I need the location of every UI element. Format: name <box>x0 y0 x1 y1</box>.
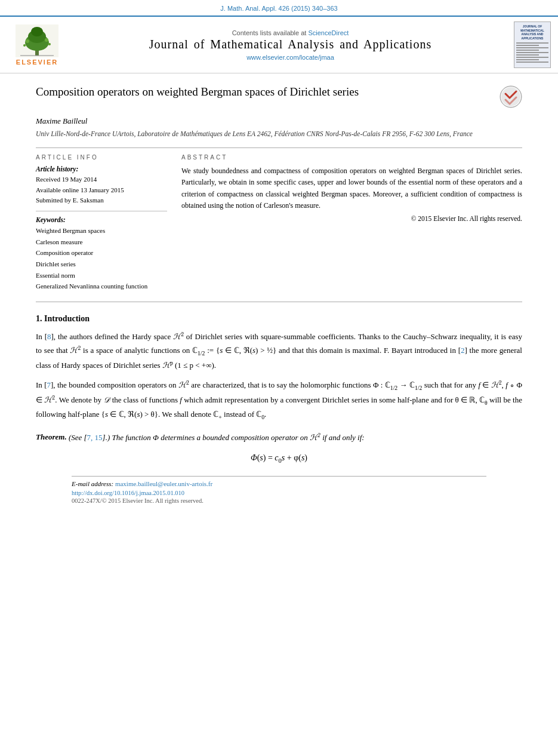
journal-cite-text: J. Math. Anal. Appl. 426 (2015) 340–363 <box>220 5 337 12</box>
footer-copyright: 0022-247X/© 2015 Elsevier Inc. All right… <box>72 497 486 504</box>
abstract-column: ABSTRACT We study boundedness and compac… <box>181 154 522 292</box>
thumb-line-4 <box>516 50 539 51</box>
thumb-line-7 <box>516 57 548 58</box>
keyword-1: Weighted Bergman spaces <box>36 225 167 236</box>
crossmark-icon[interactable] <box>500 85 522 108</box>
intro-section-title: 1. Introduction <box>36 314 522 324</box>
article-title-block: Composition operators on weighted Bergma… <box>36 84 522 108</box>
author-name: Maxime Bailleul <box>36 116 522 126</box>
header-center: Contents lists available at ScienceDirec… <box>74 29 507 61</box>
thumb-lines <box>516 42 548 64</box>
available-date: Available online 13 January 2015 <box>36 185 167 196</box>
theorem-text: (See [7, 15].) The function Φ determines… <box>69 433 365 442</box>
header-banner: ELSEVIER Contents lists available at Sci… <box>0 16 558 73</box>
keyword-2: Carleson measure <box>36 236 167 248</box>
section-divider-2 <box>36 302 522 302</box>
abstract-text: We study boundedness and compactness of … <box>181 165 522 211</box>
abstract-copyright: © 2015 Elsevier Inc. All rights reserved… <box>181 215 522 222</box>
journal-citation: J. Math. Anal. Appl. 426 (2015) 340–363 <box>0 0 558 16</box>
intro-number: 1. <box>36 314 42 323</box>
keywords-list: Weighted Bergman spaces Carleson measure… <box>36 225 167 292</box>
svg-point-4 <box>31 27 43 36</box>
info-divider <box>36 211 167 211</box>
abstract-heading: ABSTRACT <box>181 154 522 161</box>
article-info-column: ARTICLE INFO Article history: Received 1… <box>36 154 167 292</box>
thumb-line-8 <box>516 59 539 60</box>
elsevier-logo: ELSEVIER <box>7 24 67 66</box>
keyword-5: Essential norm <box>36 270 167 281</box>
thumb-title-text: Journal ofMathematicalAnalysis andApplic… <box>520 24 544 40</box>
thumb-line-6 <box>516 54 539 56</box>
page: J. Math. Anal. Appl. 426 (2015) 340–363 <box>0 0 558 756</box>
main-content: Composition operators on weighted Bergma… <box>0 73 558 516</box>
footer-area: E-mail address: maxime.bailleul@euler.un… <box>72 476 486 504</box>
keyword-4: Dirichlet series <box>36 259 167 270</box>
submitted-by: Submitted by E. Saksman <box>36 195 167 206</box>
keyword-3: Composition operator <box>36 247 167 259</box>
theorem-ref[interactable]: 7, 15 <box>87 433 103 442</box>
email-label: E-mail address: <box>72 480 113 487</box>
thumb-line-1 <box>516 42 548 44</box>
keyword-6: Generalized Nevanlinna counting function <box>36 281 167 292</box>
thumb-image: Journal ofMathematicalAnalysis andApplic… <box>514 21 551 68</box>
svg-point-7 <box>23 44 26 47</box>
ref-7[interactable]: 7 <box>47 380 51 389</box>
intro-paragraph-1: In [8], the authors defined the Hardy sp… <box>36 330 522 372</box>
theorem-label: Theorem. <box>36 433 67 442</box>
svg-point-6 <box>45 38 48 42</box>
sciencedirect-link[interactable]: ScienceDirect <box>308 29 349 36</box>
thumb-line-5 <box>516 52 548 53</box>
formula-block: Φ(s) = c0s + φ(s) <box>36 453 522 464</box>
journal-thumbnail: Journal ofMathematicalAnalysis andApplic… <box>514 21 551 68</box>
thumb-line-3 <box>516 47 548 48</box>
elsevier-label: ELSEVIER <box>16 59 58 66</box>
ref-8[interactable]: 8 <box>47 332 51 341</box>
sciencedirect-line: Contents lists available at ScienceDirec… <box>74 29 507 36</box>
history-label: Article history: <box>36 165 167 173</box>
theorem-block: Theorem. (See [7, 15].) The function Φ d… <box>36 430 522 444</box>
doi-line[interactable]: http://dx.doi.org/10.1016/j.jmaa.2015.01… <box>72 490 486 496</box>
section-divider-1 <box>36 147 522 148</box>
article-info-heading: ARTICLE INFO <box>36 154 167 161</box>
thumb-line-2 <box>516 45 539 46</box>
contents-available-text: Contents lists available at <box>232 29 307 36</box>
svg-point-5 <box>26 39 29 43</box>
journal-title: Journal of Mathematical Analysis and App… <box>74 38 507 51</box>
intro-paragraph-2: In [7], the bounded composition operator… <box>36 378 522 422</box>
email-footnote: E-mail address: maxime.bailleul@euler.un… <box>72 480 486 487</box>
ref-2[interactable]: 2 <box>461 346 465 355</box>
intro-title: Introduction <box>44 314 90 323</box>
svg-point-8 <box>48 43 51 45</box>
affiliation: Univ Lille-Nord-de-France UArtois, Labor… <box>36 129 522 139</box>
received-date: Received 19 May 2014 <box>36 174 167 185</box>
article-title-text: Composition operators on weighted Bergma… <box>36 84 494 100</box>
article-info-abstract: ARTICLE INFO Article history: Received 1… <box>36 154 522 292</box>
keywords-label: Keywords: <box>36 216 167 223</box>
article-title: Composition operators on weighted Bergma… <box>36 85 359 98</box>
elsevier-tree-icon <box>16 24 58 57</box>
thumb-line-9 <box>516 62 548 63</box>
journal-url[interactable]: www.elsevier.com/locate/jmaa <box>74 54 507 61</box>
email-address[interactable]: maxime.bailleul@euler.univ-artois.fr <box>115 480 212 487</box>
